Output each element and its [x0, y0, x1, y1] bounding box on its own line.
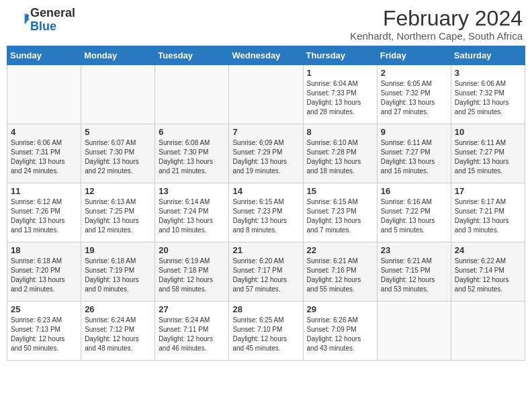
calendar-cell: 25Sunrise: 6:23 AM Sunset: 7:13 PM Dayli…	[7, 302, 81, 361]
day-info: Sunrise: 6:26 AM Sunset: 7:09 PM Dayligh…	[307, 316, 373, 353]
logo: General Blue	[9, 7, 75, 34]
day-info: Sunrise: 6:17 AM Sunset: 7:21 PM Dayligh…	[455, 197, 521, 235]
calendar-body: 1Sunrise: 6:04 AM Sunset: 7:33 PM Daylig…	[7, 65, 525, 361]
calendar-cell: 17Sunrise: 6:17 AM Sunset: 7:21 PM Dayli…	[451, 183, 525, 242]
calendar-cell	[155, 65, 229, 124]
calendar-cell: 20Sunrise: 6:19 AM Sunset: 7:18 PM Dayli…	[155, 242, 229, 302]
calendar-cell: 3Sunrise: 6:06 AM Sunset: 7:32 PM Daylig…	[451, 65, 525, 124]
day-number: 6	[159, 127, 225, 137]
day-number: 27	[159, 304, 225, 314]
day-info: Sunrise: 6:23 AM Sunset: 7:13 PM Dayligh…	[11, 316, 77, 353]
calendar-cell: 5Sunrise: 6:07 AM Sunset: 7:30 PM Daylig…	[81, 124, 155, 183]
day-info: Sunrise: 6:24 AM Sunset: 7:11 PM Dayligh…	[159, 316, 225, 353]
day-info: Sunrise: 6:05 AM Sunset: 7:32 PM Dayligh…	[381, 79, 447, 117]
day-of-week-header: Wednesday	[229, 46, 303, 65]
day-of-week-header: Sunday	[7, 46, 81, 65]
day-number: 16	[381, 186, 447, 196]
calendar-cell	[451, 302, 525, 361]
calendar-header-row: SundayMondayTuesdayWednesdayThursdayFrid…	[7, 46, 525, 65]
calendar-cell: 7Sunrise: 6:09 AM Sunset: 7:29 PM Daylig…	[229, 124, 303, 183]
day-number: 15	[307, 186, 373, 196]
day-of-week-header: Saturday	[451, 46, 525, 65]
calendar-week-row: 11Sunrise: 6:12 AM Sunset: 7:26 PM Dayli…	[7, 183, 525, 242]
day-info: Sunrise: 6:13 AM Sunset: 7:25 PM Dayligh…	[85, 197, 151, 235]
calendar-cell: 4Sunrise: 6:06 AM Sunset: 7:31 PM Daylig…	[7, 124, 81, 183]
calendar-cell: 13Sunrise: 6:14 AM Sunset: 7:24 PM Dayli…	[155, 183, 229, 242]
day-info: Sunrise: 6:06 AM Sunset: 7:31 PM Dayligh…	[11, 138, 77, 176]
day-info: Sunrise: 6:21 AM Sunset: 7:15 PM Dayligh…	[381, 257, 447, 294]
day-number: 17	[455, 186, 521, 196]
day-number: 19	[85, 245, 151, 255]
day-info: Sunrise: 6:07 AM Sunset: 7:30 PM Dayligh…	[85, 138, 151, 176]
calendar-cell: 27Sunrise: 6:24 AM Sunset: 7:11 PM Dayli…	[155, 302, 229, 361]
day-info: Sunrise: 6:09 AM Sunset: 7:29 PM Dayligh…	[232, 138, 299, 176]
calendar-cell	[7, 65, 81, 124]
calendar-cell: 28Sunrise: 6:25 AM Sunset: 7:10 PM Dayli…	[229, 302, 303, 361]
day-info: Sunrise: 6:18 AM Sunset: 7:20 PM Dayligh…	[11, 257, 77, 294]
calendar-cell	[377, 302, 451, 361]
day-of-week-header: Tuesday	[155, 46, 229, 65]
calendar-cell	[81, 65, 155, 124]
day-info: Sunrise: 6:19 AM Sunset: 7:18 PM Dayligh…	[159, 257, 225, 294]
day-info: Sunrise: 6:21 AM Sunset: 7:16 PM Dayligh…	[307, 257, 373, 294]
day-info: Sunrise: 6:20 AM Sunset: 7:17 PM Dayligh…	[232, 257, 299, 294]
day-number: 28	[232, 304, 299, 314]
calendar-table: SundayMondayTuesdayWednesdayThursdayFrid…	[7, 46, 525, 361]
day-info: Sunrise: 6:22 AM Sunset: 7:14 PM Dayligh…	[455, 257, 521, 294]
calendar-cell: 22Sunrise: 6:21 AM Sunset: 7:16 PM Dayli…	[303, 242, 377, 302]
day-number: 4	[11, 127, 77, 137]
logo-blue: Blue	[30, 19, 56, 33]
day-number: 1	[307, 68, 373, 78]
day-of-week-header: Monday	[81, 46, 155, 65]
calendar-cell: 26Sunrise: 6:24 AM Sunset: 7:12 PM Dayli…	[81, 302, 155, 361]
day-info: Sunrise: 6:08 AM Sunset: 7:30 PM Dayligh…	[159, 138, 225, 176]
day-info: Sunrise: 6:14 AM Sunset: 7:24 PM Dayligh…	[159, 197, 225, 235]
day-info: Sunrise: 6:12 AM Sunset: 7:26 PM Dayligh…	[11, 197, 77, 235]
day-number: 26	[85, 304, 151, 314]
calendar-cell: 10Sunrise: 6:11 AM Sunset: 7:27 PM Dayli…	[451, 124, 525, 183]
logo-icon	[11, 9, 30, 28]
day-number: 25	[11, 304, 77, 314]
calendar-cell: 24Sunrise: 6:22 AM Sunset: 7:14 PM Dayli…	[451, 242, 525, 302]
calendar-cell: 6Sunrise: 6:08 AM Sunset: 7:30 PM Daylig…	[155, 124, 229, 183]
day-of-week-header: Thursday	[303, 46, 377, 65]
logo-text: General Blue	[30, 7, 75, 34]
calendar-week-row: 4Sunrise: 6:06 AM Sunset: 7:31 PM Daylig…	[7, 124, 525, 183]
day-of-week-header: Friday	[377, 46, 451, 65]
calendar-cell: 1Sunrise: 6:04 AM Sunset: 7:33 PM Daylig…	[303, 65, 377, 124]
calendar-cell: 12Sunrise: 6:13 AM Sunset: 7:25 PM Dayli…	[81, 183, 155, 242]
day-number: 24	[455, 245, 521, 255]
calendar-cell: 11Sunrise: 6:12 AM Sunset: 7:26 PM Dayli…	[7, 183, 81, 242]
day-info: Sunrise: 6:24 AM Sunset: 7:12 PM Dayligh…	[85, 316, 151, 353]
day-number: 10	[455, 127, 521, 137]
day-info: Sunrise: 6:11 AM Sunset: 7:27 PM Dayligh…	[381, 138, 447, 176]
calendar-week-row: 1Sunrise: 6:04 AM Sunset: 7:33 PM Daylig…	[7, 65, 525, 124]
location: Kenhardt, Northern Cape, South Africa	[350, 30, 523, 42]
calendar-week-row: 25Sunrise: 6:23 AM Sunset: 7:13 PM Dayli…	[7, 302, 525, 361]
calendar-cell: 9Sunrise: 6:11 AM Sunset: 7:27 PM Daylig…	[377, 124, 451, 183]
day-number: 7	[232, 127, 299, 137]
day-info: Sunrise: 6:06 AM Sunset: 7:32 PM Dayligh…	[455, 79, 521, 117]
calendar-cell: 29Sunrise: 6:26 AM Sunset: 7:09 PM Dayli…	[303, 302, 377, 361]
day-number: 23	[381, 245, 447, 255]
month-year: February 2024	[350, 7, 523, 30]
calendar-cell: 8Sunrise: 6:10 AM Sunset: 7:28 PM Daylig…	[303, 124, 377, 183]
calendar-cell: 14Sunrise: 6:15 AM Sunset: 7:23 PM Dayli…	[229, 183, 303, 242]
day-number: 11	[11, 186, 77, 196]
day-number: 21	[232, 245, 299, 255]
day-info: Sunrise: 6:11 AM Sunset: 7:27 PM Dayligh…	[455, 138, 521, 176]
page-header: General Blue February 2024 Kenhardt, Nor…	[7, 7, 525, 42]
calendar-cell: 16Sunrise: 6:16 AM Sunset: 7:22 PM Dayli…	[377, 183, 451, 242]
day-number: 5	[85, 127, 151, 137]
day-info: Sunrise: 6:15 AM Sunset: 7:23 PM Dayligh…	[307, 197, 373, 235]
day-info: Sunrise: 6:25 AM Sunset: 7:10 PM Dayligh…	[232, 316, 299, 353]
day-number: 12	[85, 186, 151, 196]
day-number: 9	[381, 127, 447, 137]
day-number: 29	[307, 304, 373, 314]
calendar-cell: 2Sunrise: 6:05 AM Sunset: 7:32 PM Daylig…	[377, 65, 451, 124]
logo-general: General	[30, 6, 75, 19]
title-block: February 2024 Kenhardt, Northern Cape, S…	[350, 7, 523, 42]
day-number: 22	[307, 245, 373, 255]
calendar-cell: 21Sunrise: 6:20 AM Sunset: 7:17 PM Dayli…	[229, 242, 303, 302]
day-number: 8	[307, 127, 373, 137]
